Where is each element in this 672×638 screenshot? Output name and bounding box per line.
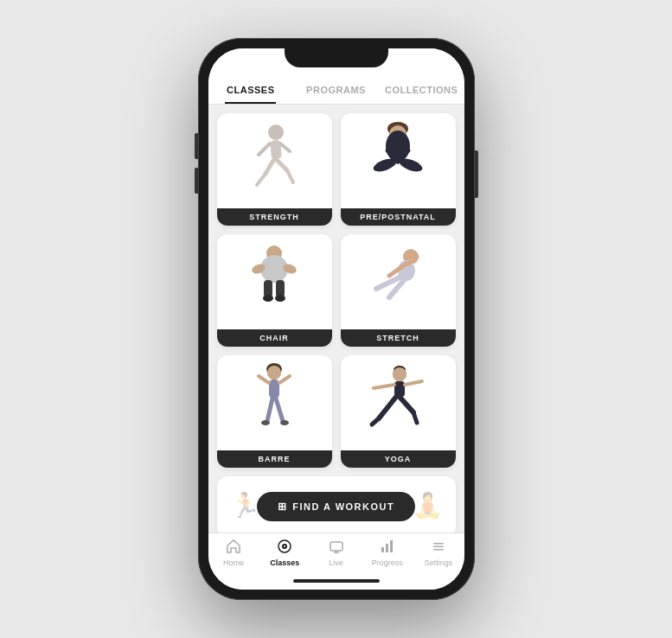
find-workout-card: 🏃 ⊞ FIND A WORKOUT 🧘 <box>217 476 456 533</box>
strength-label: STRENGTH <box>217 208 332 226</box>
settings-icon <box>431 539 446 557</box>
workout-grid: STRENGTH <box>217 113 456 468</box>
workout-card-stretch[interactable]: STRETCH <box>341 234 456 347</box>
content-area: STRENGTH <box>208 105 464 533</box>
find-workout-button[interactable]: ⊞ FIND A WORKOUT <box>257 492 415 521</box>
svg-rect-56 <box>381 547 384 552</box>
yoga-label: YOGA <box>341 450 456 468</box>
chair-figure <box>217 234 332 326</box>
svg-line-44 <box>374 385 394 388</box>
stretch-figure <box>341 234 456 326</box>
svg-line-6 <box>257 174 266 185</box>
svg-point-38 <box>261 420 270 425</box>
strength-figure <box>217 113 332 205</box>
nav-classes[interactable]: Classes <box>259 539 310 567</box>
svg-rect-53 <box>330 542 342 551</box>
svg-rect-61 <box>433 549 444 551</box>
svg-point-11 <box>386 131 410 162</box>
workout-card-prenatal[interactable]: PRE/POSTNATAL <box>341 113 456 226</box>
power-button <box>475 150 478 198</box>
svg-line-48 <box>372 418 379 424</box>
svg-line-46 <box>379 397 396 418</box>
live-icon <box>329 539 344 557</box>
svg-point-0 <box>268 124 284 140</box>
chair-label: CHAIR <box>217 329 332 347</box>
svg-line-34 <box>259 376 269 383</box>
filter-icon: ⊞ <box>278 501 288 513</box>
tab-programs[interactable]: PROGRAMS <box>293 78 379 104</box>
svg-point-32 <box>267 366 281 380</box>
phone-screen: CLASSES PROGRAMS COLLECTIONS <box>208 48 464 590</box>
tab-classes[interactable]: CLASSES <box>208 78 294 104</box>
workout-card-barre[interactable]: BARRE <box>217 355 332 468</box>
svg-point-22 <box>263 295 273 302</box>
nav-home[interactable]: Home <box>208 539 259 567</box>
prenatal-figure <box>341 113 456 205</box>
volume-up-button <box>195 133 198 159</box>
stretch-label: STRETCH <box>341 329 456 347</box>
svg-line-35 <box>279 376 290 383</box>
svg-line-2 <box>259 144 270 155</box>
svg-line-36 <box>267 399 272 421</box>
svg-line-3 <box>280 144 290 151</box>
svg-point-39 <box>280 420 289 425</box>
peek-figure-left: 🏃 <box>230 491 260 520</box>
tab-collections[interactable]: COLLECTIONS <box>379 78 464 104</box>
svg-line-5 <box>276 159 287 170</box>
volume-down-button <box>195 168 198 194</box>
workout-card-strength[interactable]: STRENGTH <box>217 113 332 226</box>
svg-point-42 <box>393 367 406 381</box>
nav-settings[interactable]: Settings <box>413 539 464 567</box>
workout-card-yoga[interactable]: YOGA <box>341 355 456 468</box>
phone-frame: CLASSES PROGRAMS COLLECTIONS <box>198 38 475 600</box>
nav-live[interactable]: Live <box>310 539 362 567</box>
svg-point-52 <box>284 545 285 547</box>
home-icon <box>226 539 241 557</box>
bottom-navigation: Home Classes <box>208 533 464 576</box>
home-bar <box>293 579 380 583</box>
svg-rect-59 <box>433 543 444 545</box>
svg-line-49 <box>413 412 417 423</box>
svg-rect-60 <box>433 546 444 548</box>
yoga-figure <box>341 355 456 447</box>
svg-point-23 <box>275 295 285 302</box>
svg-rect-58 <box>390 540 393 552</box>
svg-line-37 <box>276 399 283 421</box>
home-indicator <box>208 576 464 590</box>
classes-icon <box>277 539 292 557</box>
nav-progress[interactable]: Progress <box>362 539 413 567</box>
notch <box>285 48 388 67</box>
barre-label: BARRE <box>217 450 332 468</box>
peek-figure-right: 🧘 <box>413 491 443 520</box>
svg-line-4 <box>266 159 274 174</box>
svg-line-45 <box>405 381 422 385</box>
prenatal-label: PRE/POSTNATAL <box>341 208 456 226</box>
svg-line-7 <box>287 170 293 182</box>
progress-icon <box>380 539 395 557</box>
svg-line-47 <box>400 397 413 412</box>
svg-rect-57 <box>386 544 388 552</box>
tab-navigation: CLASSES PROGRAMS COLLECTIONS <box>208 74 464 105</box>
barre-figure <box>217 355 332 447</box>
workout-card-chair[interactable]: CHAIR <box>217 234 332 347</box>
